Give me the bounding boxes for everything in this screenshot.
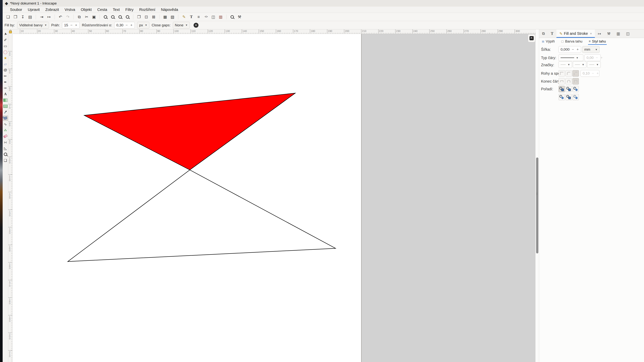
menu-napoveda[interactable]: Nápověda	[158, 6, 181, 12]
align-dialog-icon[interactable]: ◫	[623, 29, 633, 38]
mid-marker-dropdown[interactable]: ▼	[573, 61, 586, 68]
zoom-page-width-icon[interactable]	[125, 14, 130, 20]
round-cap-button[interactable]	[566, 78, 572, 84]
paint-order-button-6[interactable]	[572, 94, 579, 100]
scrollbar-thumb[interactable]	[536, 157, 538, 253]
rows-columns-dialog-icon[interactable]: ▥	[218, 14, 224, 20]
fill-by-dropdown[interactable]: Viditelné barvy ▼	[17, 22, 49, 28]
plus-icon[interactable]: +	[576, 47, 579, 51]
bezier-pen-tool[interactable]: ✒	[3, 79, 8, 85]
minus-icon[interactable]: −	[572, 47, 574, 51]
rectangle-tool[interactable]: ▭	[3, 43, 8, 48]
menu-cesta[interactable]: Cesta	[94, 6, 110, 12]
red-triangle[interactable]	[84, 93, 295, 170]
calligraphy-tool[interactable]: ✑	[3, 85, 8, 91]
threshold-spinner[interactable]: 15 −+	[62, 22, 80, 28]
save-document-icon[interactable]: ↧	[20, 14, 26, 20]
paint-order-button-4[interactable]	[558, 94, 565, 100]
rows-columns-dialog-icon[interactable]: ▥	[614, 29, 623, 38]
butt-cap-button[interactable]	[558, 78, 565, 84]
menu-objekt[interactable]: Objekt	[78, 6, 94, 12]
preferences-icon[interactable]: ⚒	[237, 14, 242, 20]
fill-stroke-dialog-icon[interactable]: ✎	[181, 14, 187, 20]
start-marker-dropdown[interactable]: ▼	[558, 61, 572, 68]
group-icon[interactable]: ▦	[162, 14, 168, 20]
ungroup-icon[interactable]: ▧	[170, 14, 175, 20]
box-3d-tool[interactable]: ▱	[3, 61, 8, 67]
paint-order-button-5[interactable]	[566, 94, 572, 100]
canvas[interactable]: ⇱	[12, 34, 535, 362]
text-font-dialog-icon[interactable]: T	[548, 29, 556, 38]
stroke-width-spinner[interactable]: 0,000 −+	[558, 46, 581, 53]
undo-icon[interactable]: ↶	[58, 14, 63, 20]
export-icon[interactable]: ↦	[46, 14, 52, 20]
print-icon[interactable]: ▤	[27, 14, 33, 20]
horizontal-ruler[interactable]: 1020304050607080901001101201301401501601…	[12, 29, 535, 34]
text-tool[interactable]: A	[3, 91, 8, 97]
menu-vrstva[interactable]: Vrstva	[62, 6, 78, 12]
ruler-lock-corner[interactable]	[8, 29, 12, 34]
end-marker-dropdown[interactable]: ▼	[587, 61, 601, 68]
star-tool[interactable]: ★	[3, 55, 8, 61]
subtab-styl-tahu[interactable]: ≡Styl tahu	[588, 38, 607, 45]
menu-rozsireni[interactable]: Rozšíření	[136, 6, 158, 12]
miter-join-button[interactable]	[558, 70, 565, 77]
outlined-triangle[interactable]	[68, 170, 336, 262]
create-clone-icon[interactable]: ⊡	[144, 14, 149, 20]
open-document-icon[interactable]: ❒	[12, 14, 18, 20]
xml-editor-icon[interactable]: <>	[203, 14, 209, 20]
gradient-tool[interactable]	[3, 97, 8, 103]
pencil-tool[interactable]: ✏	[3, 73, 8, 79]
duplicate-icon[interactable]: ❐	[136, 14, 142, 20]
snap-controls-toggle[interactable]: ⇱	[528, 34, 535, 42]
menu-zobrazit[interactable]: Zobrazit	[42, 6, 62, 12]
square-cap-button[interactable]	[572, 78, 579, 84]
panel-splitter-grip[interactable]: ⁞	[536, 192, 538, 195]
import-icon[interactable]: ⇥	[39, 14, 44, 20]
close-icon[interactable]: ×	[590, 32, 592, 35]
swatches-dialog-icon[interactable]: ⧉	[539, 29, 548, 38]
layers-dialog-icon[interactable]: ≡	[196, 14, 202, 20]
ellipse-tool[interactable]: ◯	[3, 49, 8, 54]
stroke-width-unit-dropdown[interactable]: mm ▼	[582, 46, 600, 53]
new-document-icon[interactable]: ❏	[5, 14, 11, 20]
menu-soubor[interactable]: Soubor	[7, 6, 25, 12]
vertical-ruler[interactable]: 4050607080901001101201301401501601701801…	[8, 34, 12, 362]
unlink-clone-icon[interactable]: ⊠	[151, 14, 156, 20]
mesh-gradient-tool[interactable]	[3, 103, 8, 109]
dash-pattern-dropdown[interactable]: ▼	[558, 54, 583, 61]
node-editor-tool[interactable]: ✐	[3, 37, 8, 42]
menu-text[interactable]: Text	[110, 6, 122, 12]
menu-filtry[interactable]: Filtry	[122, 6, 136, 12]
find-icon[interactable]	[229, 14, 235, 20]
unit-dropdown[interactable]: px ▼	[137, 22, 149, 28]
text-dialog-icon[interactable]: T	[188, 14, 194, 20]
minus-icon[interactable]: −	[125, 23, 128, 27]
minus-icon[interactable]: −	[70, 23, 73, 27]
zoom-selection-icon[interactable]	[103, 14, 108, 20]
dropper-tool[interactable]	[3, 109, 8, 115]
selector-tool[interactable]: ➤	[3, 31, 8, 36]
object-properties-dialog-icon[interactable]: ⚒	[604, 29, 614, 38]
spray-tool[interactable]: ⁂	[3, 128, 8, 133]
zoom-page-icon[interactable]	[117, 14, 123, 20]
tweak-tool[interactable]: ∿	[3, 122, 8, 127]
close-gaps-dropdown[interactable]: None ▼	[173, 22, 190, 28]
eraser-tool[interactable]	[3, 134, 8, 139]
paint-bucket-tool[interactable]	[3, 115, 8, 121]
pages-tool[interactable]: ❑	[3, 158, 8, 163]
round-join-button[interactable]	[566, 70, 572, 77]
paste-icon[interactable]: ▣	[91, 14, 97, 20]
plus-icon[interactable]: +	[75, 23, 78, 27]
export-dialog-icon[interactable]: ↦	[595, 29, 604, 38]
cut-icon[interactable]: ✂	[84, 14, 90, 20]
bevel-join-button[interactable]	[572, 70, 579, 77]
subtab-barva-tahu[interactable]: ▢Barva tahu	[560, 38, 583, 45]
fill-stroke-tab[interactable]: ✎Fill and Stroke×	[556, 29, 595, 38]
copy-icon[interactable]: ⧉	[76, 14, 82, 20]
vertical-scrollbar[interactable]: ⁞	[535, 29, 539, 362]
align-dialog-icon[interactable]: ◫	[210, 14, 216, 20]
plus-icon[interactable]: +	[130, 23, 133, 27]
spiral-tool[interactable]: @	[3, 67, 8, 73]
reset-icon[interactable]: ✕	[194, 23, 198, 28]
